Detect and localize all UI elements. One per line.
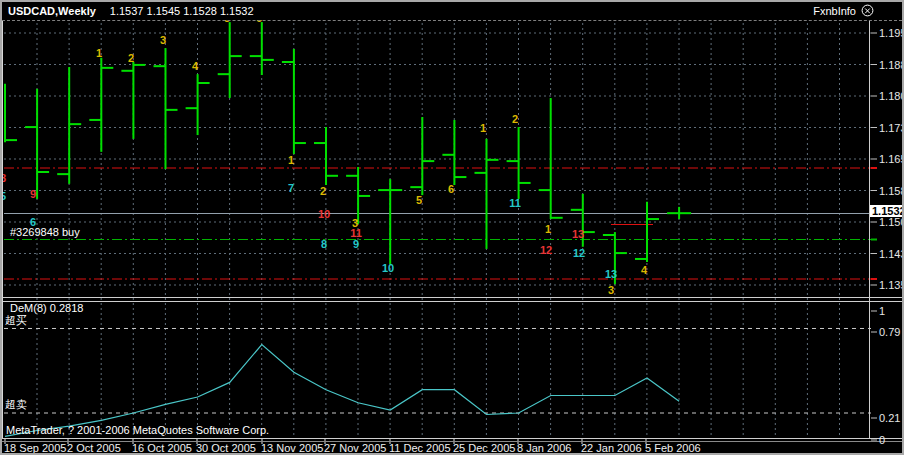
time-axis-label: 8 Jan 2006 bbox=[517, 442, 571, 454]
price-axis-label: 1.1655 bbox=[879, 153, 904, 165]
time-axis-label: 25 Dec 2005 bbox=[453, 442, 515, 454]
svg-text:1: 1 bbox=[480, 122, 486, 134]
order-lines bbox=[4, 168, 871, 279]
svg-text:2: 2 bbox=[320, 185, 326, 197]
pane-splitter-top-line[interactable] bbox=[2, 297, 902, 298]
svg-text:13: 13 bbox=[572, 228, 584, 240]
indicator-name-label: DeM(8) 0.2818 bbox=[10, 302, 83, 314]
svg-text:10: 10 bbox=[382, 262, 394, 274]
svg-text:12: 12 bbox=[540, 244, 552, 256]
svg-text:13: 13 bbox=[605, 268, 617, 280]
svg-text:1: 1 bbox=[545, 223, 551, 235]
time-axis-label: 22 Jan 2006 bbox=[581, 442, 642, 454]
pane-left-border bbox=[2, 21, 3, 438]
svg-text:2: 2 bbox=[128, 52, 134, 64]
copyright-label: MetaTrader, ? 2001-2006 MetaQuotes Softw… bbox=[6, 424, 269, 436]
price-axis-label: 1.1355 bbox=[879, 279, 904, 291]
svg-text:4: 4 bbox=[192, 60, 199, 72]
close-icon[interactable] bbox=[861, 4, 874, 17]
svg-text:2: 2 bbox=[512, 113, 518, 125]
svg-text:11: 11 bbox=[509, 197, 521, 209]
svg-text:1: 1 bbox=[96, 47, 102, 59]
svg-text:7: 7 bbox=[288, 182, 294, 194]
svg-text:12: 12 bbox=[573, 247, 585, 259]
symbol-period-label: USDCAD,Weekly bbox=[8, 5, 96, 17]
time-axis-label: 16 Oct 2005 bbox=[132, 442, 192, 454]
time-axis-label: 5 Feb 2006 bbox=[645, 442, 701, 454]
svg-text:9: 9 bbox=[353, 238, 359, 250]
svg-text:6: 6 bbox=[448, 183, 454, 195]
svg-text:8: 8 bbox=[321, 238, 327, 250]
price-axis-label: 1.1730 bbox=[879, 122, 904, 134]
time-axis-label: 11 Dec 2005 bbox=[389, 442, 451, 454]
time-axis-label: 2 Oct 2005 bbox=[67, 442, 121, 454]
chart-canvas[interactable]: 123456121235613489101112135678910111213 bbox=[2, 2, 902, 453]
ohlc-values: 1.1537 1.1545 1.1528 1.1532 bbox=[110, 5, 254, 17]
time-axis-label: 13 Nov 2005 bbox=[261, 442, 323, 454]
price-axis-label: 1.1955 bbox=[879, 27, 904, 39]
svg-text:10: 10 bbox=[318, 208, 330, 220]
chart-window: 123456121235613489101112135678910111213 … bbox=[0, 0, 904, 455]
oversold-label: 超卖 bbox=[5, 398, 27, 410]
indicator-axis-label: 1 bbox=[879, 305, 885, 317]
time-axis-label: 27 Nov 2005 bbox=[324, 442, 386, 454]
svg-text:3: 3 bbox=[608, 284, 614, 296]
time-axis-label: 30 Oct 2005 bbox=[196, 442, 256, 454]
indicator-axis-label: 0.21 bbox=[879, 412, 900, 424]
brand-label: FxnbInfo bbox=[813, 5, 856, 17]
order-label: #3269848 buy bbox=[10, 226, 80, 238]
time-axis-label: 18 Sep 2005 bbox=[4, 442, 66, 454]
pane-splitter-bottom-line[interactable] bbox=[2, 301, 902, 302]
price-bars[interactable] bbox=[5, 22, 691, 284]
price-axis-separator bbox=[869, 21, 870, 438]
price-axis-label: 1.1805 bbox=[879, 90, 904, 102]
svg-text:5: 5 bbox=[416, 194, 422, 206]
axis-ticks bbox=[5, 33, 877, 444]
price-axis-label: 1.1580 bbox=[879, 185, 904, 197]
price-axis-label: 1.1880 bbox=[879, 59, 904, 71]
brand-box: FxnbInfo bbox=[813, 4, 874, 17]
svg-text:3: 3 bbox=[160, 34, 166, 46]
indicator-axis-label: 0.79 bbox=[879, 326, 900, 338]
indicator-axis-label: 0 bbox=[879, 434, 885, 446]
svg-text:1: 1 bbox=[288, 154, 294, 166]
title-separator bbox=[2, 20, 902, 21]
indicator-level-lines bbox=[4, 328, 871, 413]
dem-indicator-line bbox=[5, 345, 679, 437]
price-axis-label: 1.1430 bbox=[879, 248, 904, 260]
svg-text:4: 4 bbox=[641, 264, 648, 276]
overbought-label: 超买 bbox=[5, 314, 27, 326]
price-axis-label: 1.1505 bbox=[879, 216, 904, 228]
title-bar: USDCAD,Weekly 1.1537 1.1545 1.1528 1.153… bbox=[2, 2, 902, 20]
date-strip-separator-1 bbox=[2, 438, 902, 439]
svg-text:9: 9 bbox=[30, 188, 36, 200]
